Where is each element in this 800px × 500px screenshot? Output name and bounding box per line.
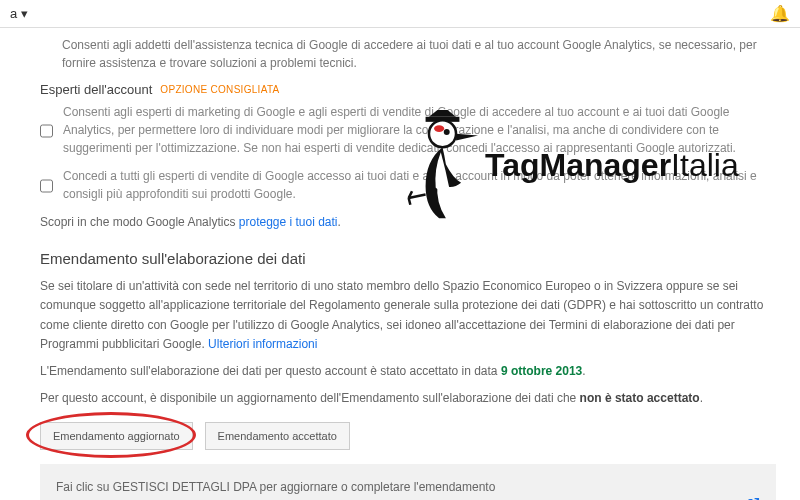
expert-opt2-text: Concedi a tutti gli esperti di vendite d… xyxy=(63,167,776,203)
amendment-buttons: Emendamento aggiornato Emendamento accet… xyxy=(40,422,776,450)
amendment-p1: Se sei titolare di un'attività con sede … xyxy=(40,277,776,354)
experts-section-title: Esperti dell'account OPZIONE CONSIGLIATA xyxy=(40,82,776,97)
expert-option-2: Concedi a tutti gli esperti di vendite d… xyxy=(40,167,776,203)
amendment-p3: Per questo account, è disponibile un agg… xyxy=(40,389,776,408)
protect-suffix: . xyxy=(338,215,341,229)
top-bar: a ▾ 🔔 xyxy=(0,0,800,28)
dpa-callout: Fai clic su GESTISCI DETTAGLI DPA per ag… xyxy=(40,464,776,500)
amendment-p1-text: Se sei titolare di un'attività con sede … xyxy=(40,279,763,351)
protect-prefix: Scopri in che modo Google Analytics xyxy=(40,215,239,229)
expert-option-1: Consenti agli esperti di marketing di Go… xyxy=(40,103,776,157)
amendment-more-link[interactable]: Ulteriori informazioni xyxy=(208,337,317,351)
expert-opt1-checkbox[interactable] xyxy=(40,105,53,157)
recommended-badge: OPZIONE CONSIGLIATA xyxy=(160,84,279,95)
main-content: Consenti agli addetti dell'assistenza te… xyxy=(0,28,800,500)
breadcrumb-fragment: a xyxy=(10,6,17,21)
breadcrumb[interactable]: a ▾ xyxy=(10,6,28,21)
protect-link[interactable]: protegge i tuoi dati xyxy=(239,215,338,229)
amendment-p3-text: Per questo account, è disponibile un agg… xyxy=(40,391,580,405)
experts-title-text: Esperti dell'account xyxy=(40,82,152,97)
dpa-callout-text: Fai clic su GESTISCI DETTAGLI DPA per ag… xyxy=(56,478,575,500)
amendment-p2: L'Emendamento sull'elaborazione dei dati… xyxy=(40,362,776,381)
amendment-heading: Emendamento sull'elaborazione dei dati xyxy=(40,250,776,267)
expert-opt1-text: Consenti agli esperti di marketing di Go… xyxy=(63,103,776,157)
tech-support-text: Consenti agli addetti dell'assistenza te… xyxy=(62,36,776,72)
amendment-not-accepted: non è stato accettato xyxy=(580,391,700,405)
updated-amendment-button[interactable]: Emendamento aggiornato xyxy=(40,422,193,450)
chevron-down-icon: ▾ xyxy=(21,6,28,21)
bell-icon[interactable]: 🔔 xyxy=(770,4,790,23)
amendment-date: 9 ottobre 2013 xyxy=(501,364,582,378)
protect-line: Scopri in che modo Google Analytics prot… xyxy=(40,213,776,232)
accepted-amendment-button[interactable]: Emendamento accettato xyxy=(205,422,350,450)
amendment-p2-text: L'Emendamento sull'elaborazione dei dati… xyxy=(40,364,501,378)
expert-opt2-checkbox[interactable] xyxy=(40,169,53,203)
